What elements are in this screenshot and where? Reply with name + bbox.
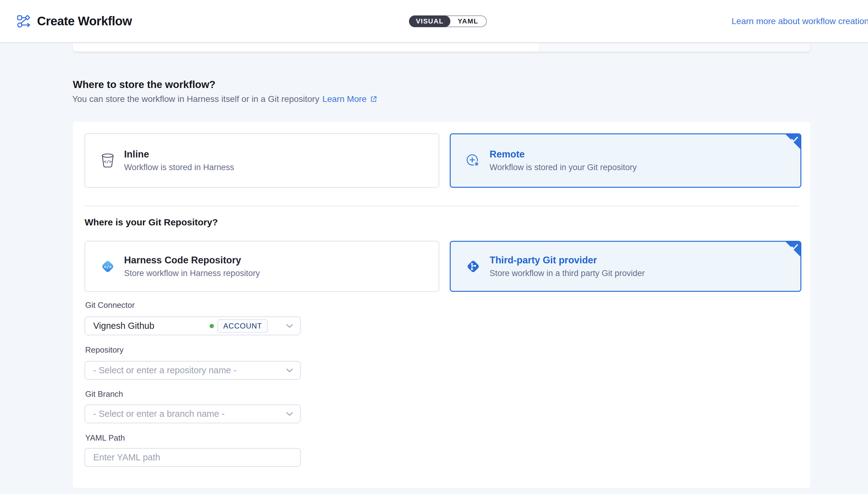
scrolled-card-remnant bbox=[73, 43, 810, 52]
yaml-path-label: YAML Path bbox=[85, 433, 125, 443]
card-description: Workflow is stored in Harness bbox=[124, 163, 234, 172]
visual-yaml-toggle[interactable]: VISUAL YAML bbox=[409, 16, 487, 27]
yaml-path-field[interactable] bbox=[84, 448, 301, 467]
card-title: Inline bbox=[124, 149, 234, 160]
card-text: Harness Code Repository Store workflow i… bbox=[124, 255, 260, 278]
card-description: Store workflow in a third party Git prov… bbox=[489, 269, 645, 278]
workflow-icon bbox=[17, 15, 31, 28]
yaml-path-input[interactable] bbox=[93, 452, 293, 462]
check-icon bbox=[791, 244, 798, 250]
section-divider bbox=[84, 206, 799, 206]
git-connector-select[interactable]: ACCOUNT bbox=[84, 317, 301, 335]
svg-text:</>: </> bbox=[104, 264, 112, 269]
repository-input[interactable] bbox=[93, 365, 268, 376]
harness-code-icon: </> bbox=[99, 258, 117, 275]
git-connector-input[interactable] bbox=[93, 321, 210, 331]
check-icon bbox=[791, 136, 798, 142]
git-branch-label: Git Branch bbox=[85, 390, 123, 399]
store-option-inline-card[interactable]: </> Inline Workflow is stored in Harness bbox=[84, 133, 439, 188]
third-party-git-icon bbox=[464, 258, 482, 275]
card-description: Workflow is stored in your Git repositor… bbox=[489, 163, 637, 172]
header-title-group: Create Workflow bbox=[17, 14, 132, 28]
repository-label: Repository bbox=[85, 345, 123, 355]
remote-git-icon bbox=[464, 153, 482, 169]
git-branch-select[interactable] bbox=[84, 404, 301, 423]
store-section-description: You can store the workflow in Harness it… bbox=[72, 94, 377, 104]
card-text: Remote Workflow is stored in your Git re… bbox=[489, 149, 637, 172]
scrolled-card-remnant-right bbox=[539, 43, 810, 52]
workflow-store-panel: </> Inline Workflow is stored in Harness bbox=[73, 122, 810, 488]
git-branch-input[interactable] bbox=[93, 409, 268, 419]
inline-bucket-icon: </> bbox=[99, 153, 117, 168]
store-option-remote-card[interactable]: Remote Workflow is stored in your Git re… bbox=[450, 133, 801, 188]
card-text: Inline Workflow is stored in Harness bbox=[124, 149, 234, 172]
store-section-description-text: You can store the workflow in Harness it… bbox=[72, 94, 319, 104]
chevron-down-icon[interactable] bbox=[286, 412, 293, 416]
repo-option-third-party-card[interactable]: Third-party Git provider Store workflow … bbox=[450, 241, 801, 292]
repo-section-heading: Where is your Git Repository? bbox=[84, 217, 218, 228]
card-title: Harness Code Repository bbox=[124, 255, 260, 266]
card-title: Remote bbox=[489, 149, 637, 160]
card-description: Store workflow in Harness repository bbox=[124, 269, 260, 278]
page-header: Create Workflow VISUAL YAML Learn more a… bbox=[0, 0, 868, 43]
card-text: Third-party Git provider Store workflow … bbox=[489, 255, 645, 278]
chevron-down-icon[interactable] bbox=[286, 368, 293, 373]
toggle-option-visual[interactable]: VISUAL bbox=[409, 16, 450, 27]
toggle-option-yaml[interactable]: YAML bbox=[450, 16, 486, 26]
scope-badge: ACCOUNT bbox=[217, 319, 268, 333]
store-section-heading: Where to store the workflow? bbox=[73, 79, 215, 91]
page-title: Create Workflow bbox=[37, 14, 132, 28]
card-title: Third-party Git provider bbox=[489, 255, 645, 266]
repository-select[interactable] bbox=[84, 361, 301, 380]
svg-text:</>: </> bbox=[104, 159, 112, 164]
learn-more-link[interactable]: Learn More bbox=[322, 94, 366, 104]
repo-option-harness-code-card[interactable]: </> Harness Code Repository Store workfl… bbox=[84, 241, 439, 292]
chevron-down-icon[interactable] bbox=[286, 324, 293, 328]
learn-more-workflow-creation-link[interactable]: Learn more about workflow creation bbox=[732, 16, 868, 26]
connector-status-dot bbox=[210, 324, 214, 328]
create-workflow-screen: Create Workflow VISUAL YAML Learn more a… bbox=[0, 0, 868, 494]
git-connector-label: Git Connector bbox=[85, 300, 135, 310]
external-link-icon[interactable] bbox=[370, 95, 377, 103]
